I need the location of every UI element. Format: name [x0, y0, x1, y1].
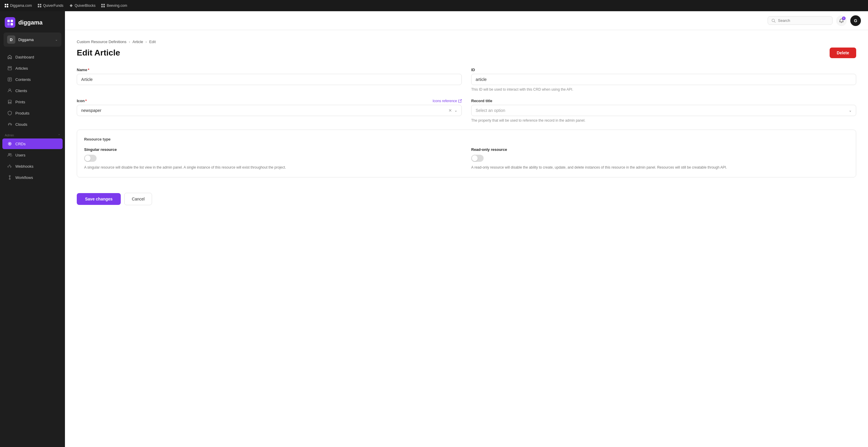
topbar-label: QuiverBlocks [75, 4, 96, 8]
cancel-button[interactable]: Cancel [124, 193, 152, 205]
sidebar-label-produits: Produits [16, 111, 30, 116]
sidebar-item-crds[interactable]: CRDs [2, 138, 63, 149]
svg-point-25 [10, 154, 11, 155]
icon-selected-value: newspaper [81, 108, 448, 113]
sidebar-label-workflows: Workflows [16, 175, 33, 180]
topbar-quiverblocks[interactable]: QuiverBlocks [69, 4, 96, 8]
name-input[interactable] [77, 74, 462, 85]
icon-clear-button[interactable]: ✕ [448, 108, 452, 113]
breadcrumb-sep-2: › [146, 39, 147, 44]
svg-point-19 [9, 89, 11, 91]
form-footer: Save changes Cancel [77, 187, 856, 211]
delete-button[interactable]: Delete [830, 47, 856, 58]
svg-rect-4 [38, 4, 39, 5]
sidebar-label-clouds: Clouds [16, 122, 27, 127]
content-area: Custom Resource Definitions › Article › … [65, 30, 868, 447]
name-id-row: Name* ID This ID will be used to interac… [77, 68, 856, 92]
notification-button[interactable]: 2 [836, 15, 847, 26]
header-actions: 2 G [768, 15, 861, 26]
singular-label: Singular resource [84, 147, 462, 152]
record-title-hint: The property that will be used to refere… [471, 118, 856, 123]
contents-icon [7, 77, 12, 82]
svg-rect-10 [103, 4, 105, 5]
topbar-label: Beeving.com [106, 4, 127, 8]
logo-text: diggama [18, 19, 42, 26]
topbar-quiverfunds[interactable]: QuiverFunds [38, 4, 63, 8]
record-title-select[interactable]: Select an option ⌄ [471, 105, 856, 116]
home-icon [7, 54, 12, 60]
crds-icon [7, 141, 12, 147]
prints-icon [7, 99, 12, 104]
sidebar-item-workflows[interactable]: Workflows [2, 172, 63, 183]
produits-icon [7, 110, 12, 116]
breadcrumb-crd[interactable]: Custom Resource Definitions [77, 39, 126, 44]
icons-reference-label: Icons reference [433, 99, 457, 103]
sidebar-item-produits[interactable]: Produits [2, 108, 63, 118]
sidebar-label-webhooks: Webhooks [16, 164, 33, 168]
page-header: Edit Article Delete [77, 47, 856, 58]
sidebar-item-prints[interactable]: Prints [2, 97, 63, 107]
sidebar-item-dashboard[interactable]: Dashboard [2, 52, 63, 62]
notification-badge: 2 [842, 17, 845, 20]
user-avatar[interactable]: G [850, 15, 861, 26]
svg-rect-7 [40, 6, 41, 7]
icon-select-actions: ✕ ⌄ [448, 108, 457, 113]
svg-rect-2 [5, 6, 6, 7]
svg-rect-1 [7, 4, 8, 5]
topbar-label: Diggama.com [10, 4, 32, 8]
breadcrumb: Custom Resource Definitions › Article › … [77, 39, 856, 44]
svg-point-24 [8, 154, 10, 155]
icon-label-row: Icon* Icons reference [77, 99, 462, 103]
webhooks-icon [7, 164, 12, 169]
readonly-toggle[interactable] [471, 155, 484, 162]
breadcrumb-sep-1: › [129, 39, 130, 44]
icon-select[interactable]: newspaper ✕ ⌄ [77, 105, 462, 116]
id-input[interactable] [471, 74, 856, 85]
record-title-group: Record title Select an option ⌄ The prop… [471, 99, 856, 123]
breadcrumb-article[interactable]: Article [132, 39, 143, 44]
svg-rect-20 [8, 100, 11, 102]
singular-toggle[interactable] [84, 155, 97, 162]
workspace-avatar: D [7, 35, 16, 44]
sidebar-item-users[interactable]: Users [2, 150, 63, 160]
sidebar-item-contents[interactable]: Contents [2, 74, 63, 85]
sidebar-label-clients: Clients [16, 89, 27, 93]
save-button[interactable]: Save changes [77, 193, 121, 205]
name-group: Name* [77, 68, 462, 92]
id-hint: This ID will be used to interact with th… [471, 87, 856, 92]
diamond-icon [69, 4, 73, 7]
sidebar-item-webhooks[interactable]: Webhooks [2, 161, 63, 171]
icon-label: Icon* [77, 99, 87, 103]
svg-rect-5 [40, 4, 41, 5]
chevron-down-icon-record: ⌄ [849, 108, 852, 113]
sidebar-item-clients[interactable]: Clients [2, 85, 63, 96]
sidebar-label-users: Users [16, 153, 25, 157]
logo-icon [5, 17, 16, 28]
icon-record-row: Icon* Icons reference newspaper ✕ ⌄ [77, 99, 856, 123]
sidebar-item-clouds[interactable]: Clouds [2, 119, 63, 130]
resource-grid: Singular resource A singular resource wi… [84, 147, 849, 170]
grid-icon-diggama [5, 4, 8, 7]
search-input[interactable] [778, 18, 829, 23]
icons-reference-link[interactable]: Icons reference [433, 99, 462, 103]
topbar-beeving[interactable]: Beeving.com [101, 4, 127, 8]
chevron-down-icon: ⌄ [55, 37, 58, 42]
workspace-selector[interactable]: D Diggama ⌄ [4, 32, 61, 46]
svg-rect-14 [8, 68, 11, 70]
articles-icon [7, 66, 12, 71]
singular-desc: A singular resource will disable the lis… [84, 165, 462, 170]
svg-rect-9 [101, 4, 103, 5]
resource-type-label: Resource type [84, 137, 849, 141]
sidebar-item-articles[interactable]: Articles [2, 63, 63, 73]
record-title-label: Record title [471, 99, 856, 103]
main: 2 G Custom Resource Definitions › Articl… [65, 11, 868, 447]
sidebar-label-articles: Articles [16, 66, 28, 70]
header: 2 G [65, 11, 868, 30]
grid-icon-beeving [101, 4, 105, 7]
svg-rect-12 [103, 6, 105, 7]
sidebar-label-crds: CRDs [16, 142, 26, 146]
topbar-diggama[interactable]: Diggama.com [5, 4, 32, 8]
icon-group: Icon* Icons reference newspaper ✕ ⌄ [77, 99, 462, 123]
breadcrumb-edit: Edit [149, 39, 156, 44]
svg-line-30 [774, 21, 776, 23]
